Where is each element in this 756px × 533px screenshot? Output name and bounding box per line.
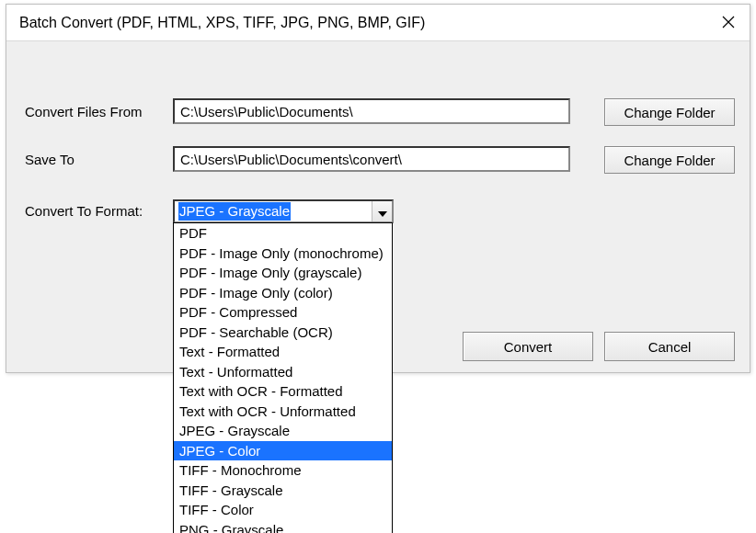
dropdown-option[interactable]: PDF - Searchable (OCR): [174, 323, 392, 343]
dropdown-option[interactable]: PNG - Grayscale: [174, 520, 392, 534]
cancel-button[interactable]: Cancel: [604, 332, 735, 361]
change-folder-from-button[interactable]: Change Folder: [604, 98, 735, 126]
label-convert-from: Convert Files From: [25, 104, 143, 119]
dropdown-option[interactable]: JPEG - Color: [174, 441, 392, 461]
label-convert-format: Convert To Format:: [25, 203, 143, 219]
dropdown-option[interactable]: JPEG - Grayscale: [174, 421, 392, 441]
close-button[interactable]: [707, 5, 750, 41]
dropdown-option[interactable]: TIFF - Grayscale: [174, 481, 392, 501]
svg-marker-0: [378, 211, 387, 217]
combobox-selected-value: JPEG - Grayscale: [175, 201, 372, 221]
dropdown-option[interactable]: PDF - Image Only (color): [174, 283, 392, 303]
dropdown-option[interactable]: Text - Unformatted: [174, 362, 392, 382]
dropdown-option[interactable]: PDF: [174, 223, 392, 244]
dropdown-option[interactable]: TIFF - Monochrome: [174, 460, 392, 481]
convert-button[interactable]: Convert: [463, 332, 593, 361]
dropdown-option[interactable]: Text - Formatted: [174, 342, 392, 362]
dropdown-option[interactable]: PDF - Compressed: [174, 302, 392, 323]
window-title: Batch Convert (PDF, HTML, XPS, TIFF, JPG…: [6, 15, 425, 31]
dropdown-option[interactable]: PDF - Image Only (monochrome): [174, 244, 392, 264]
label-save-to: Save To: [25, 152, 74, 167]
convert-from-input[interactable]: [173, 98, 570, 124]
chevron-down-icon: [378, 204, 387, 220]
combobox-arrow-button[interactable]: [372, 201, 392, 221]
titlebar: Batch Convert (PDF, HTML, XPS, TIFF, JPG…: [6, 5, 750, 41]
dropdown-option[interactable]: TIFF - Color: [174, 500, 392, 520]
format-combobox[interactable]: JPEG - Grayscale: [173, 199, 394, 223]
dropdown-option[interactable]: Text with OCR - Unformatted: [174, 402, 392, 422]
combobox-selected-text: JPEG - Grayscale: [178, 202, 291, 221]
dropdown-option[interactable]: PDF - Image Only (grayscale): [174, 263, 392, 283]
change-folder-to-button[interactable]: Change Folder: [604, 146, 735, 174]
dropdown-option[interactable]: Text with OCR - Formatted: [174, 381, 392, 402]
format-dropdown-list[interactable]: PDFPDF - Image Only (monochrome)PDF - Im…: [173, 222, 393, 533]
close-icon: [722, 16, 735, 31]
save-to-input[interactable]: [173, 146, 570, 172]
